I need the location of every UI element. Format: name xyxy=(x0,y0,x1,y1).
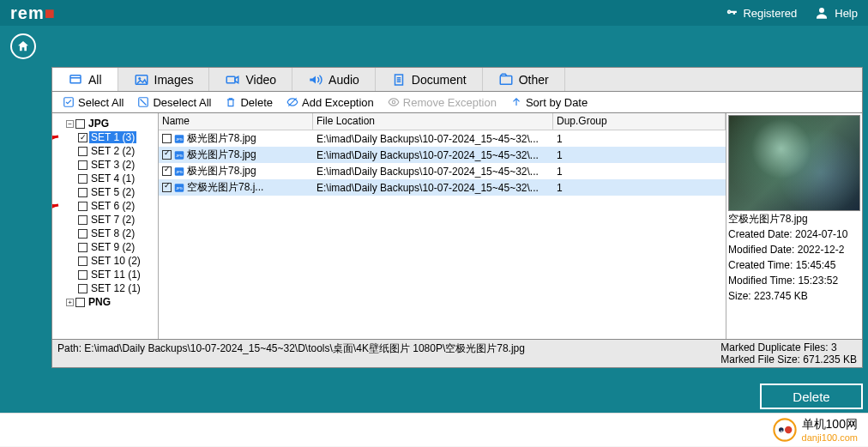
folder-tree[interactable]: − JPG SET 1 (3)SET 2 (2)SET 3 (2)SET 4 (… xyxy=(52,113,159,339)
help-label: Help xyxy=(835,7,858,20)
row-checkbox[interactable] xyxy=(162,183,172,192)
tab-document[interactable]: Document xyxy=(376,68,483,91)
registered-link[interactable]: Registered xyxy=(726,7,797,20)
tree-set-item[interactable]: SET 11 (1) xyxy=(56,268,154,281)
tree-set-item[interactable]: SET 10 (2) xyxy=(56,254,154,268)
tree-set-item[interactable]: SET 1 (3) xyxy=(56,130,154,144)
remove-exception-button: Remove Exception xyxy=(383,96,502,109)
tab-other[interactable]: Other xyxy=(483,68,565,91)
content-pane: − JPG SET 1 (3)SET 2 (2)SET 3 (2)SET 4 (… xyxy=(51,113,863,340)
tab-all[interactable]: All xyxy=(52,68,118,91)
svg-rect-10 xyxy=(500,76,512,84)
tree-checkbox[interactable] xyxy=(78,243,87,252)
help-link[interactable]: Help xyxy=(814,5,858,21)
col-name[interactable]: Name xyxy=(159,113,313,130)
tree-checkbox[interactable] xyxy=(78,257,87,266)
svg-text:+: + xyxy=(780,428,782,433)
tree-checkbox[interactable] xyxy=(78,202,87,211)
select-all-icon xyxy=(63,96,75,108)
row-checkbox[interactable] xyxy=(162,166,172,176)
svg-point-4 xyxy=(138,77,141,80)
add-exception-button[interactable]: Add Exception xyxy=(281,96,379,109)
tree-set-label: SET 11 (1) xyxy=(89,269,142,281)
action-row: Delete xyxy=(0,373,868,413)
deselect-all-icon xyxy=(137,96,149,108)
tree-set-item[interactable]: SET 2 (2) xyxy=(56,144,154,158)
svg-rect-1 xyxy=(70,75,81,82)
preview-created-date: Created Date: 2024-07-10 xyxy=(728,227,860,242)
tree-next-label: PNG xyxy=(87,296,112,308)
tree-set-item[interactable]: SET 5 (2) xyxy=(56,185,154,199)
preview-thumbnail xyxy=(728,115,860,211)
delete-button-toolbar[interactable]: Delete xyxy=(220,96,278,109)
tree-set-label: SET 4 (1) xyxy=(89,172,136,184)
tree-root-jpg[interactable]: − JPG xyxy=(56,117,154,130)
status-bar: Path: E:\imad\Daily Backups\10-07-2024_1… xyxy=(51,340,863,368)
tree-checkbox[interactable] xyxy=(78,270,87,280)
row-checkbox[interactable] xyxy=(162,134,172,143)
row-location: E:\imad\Daily Backups\10-07-2024_15~45~3… xyxy=(313,149,553,161)
svg-text:JPG: JPG xyxy=(176,185,183,190)
tree-checkbox[interactable] xyxy=(78,174,87,184)
brand-logo: rem■ xyxy=(10,3,56,23)
preview-created-time: Created Time: 15:45:45 xyxy=(728,257,860,273)
svg-rect-5 xyxy=(227,76,236,83)
sort-by-date-button[interactable]: Sort by Date xyxy=(505,96,593,109)
col-location[interactable]: File Location xyxy=(313,113,553,130)
svg-text:JPG: JPG xyxy=(176,169,183,173)
tree-set-item[interactable]: SET 12 (1) xyxy=(56,281,154,295)
deselect-all-button[interactable]: Deselect All xyxy=(132,96,216,109)
status-counts: Marked Duplicate Files: 3 Marked File Si… xyxy=(720,341,857,365)
tree-set-item[interactable]: SET 3 (2) xyxy=(56,158,154,172)
tree-checkbox[interactable] xyxy=(78,147,87,156)
tree-set-label: SET 6 (2) xyxy=(89,200,136,212)
person-icon xyxy=(814,5,829,21)
row-filename: 极光图片78.jpg xyxy=(187,131,256,146)
tree-checkbox[interactable] xyxy=(78,160,87,170)
tree-checkbox[interactable] xyxy=(78,229,87,239)
arrow-up-icon xyxy=(510,96,522,108)
footer-text-block: 单机100网 danji100.com xyxy=(802,417,858,443)
preview-filename: 空极光图片78.jpg xyxy=(728,211,860,227)
footer: + 单机100网 danji100.com xyxy=(0,413,868,446)
tree-checkbox[interactable] xyxy=(78,133,87,142)
tree-checkbox[interactable] xyxy=(78,215,87,225)
col-dup[interactable]: Dup.Group xyxy=(553,113,726,130)
all-icon xyxy=(68,72,83,88)
tree-set-item[interactable]: SET 6 (2) xyxy=(56,199,154,213)
delete-button[interactable]: Delete xyxy=(760,384,863,409)
preview-size: Size: 223.745 KB xyxy=(728,288,860,304)
home-button[interactable] xyxy=(10,33,36,59)
tree-checkbox[interactable] xyxy=(78,284,87,293)
svg-text:JPG: JPG xyxy=(176,136,183,141)
tree-set-item[interactable]: SET 8 (2) xyxy=(56,227,154,240)
table-row[interactable]: JPG极光图片78.jpgE:\imad\Daily Backups\10-07… xyxy=(159,147,726,163)
tree-checkbox[interactable] xyxy=(75,298,85,307)
tab-images[interactable]: Images xyxy=(118,68,210,91)
tab-audio[interactable]: Audio xyxy=(292,68,376,91)
expand-icon[interactable]: + xyxy=(66,299,74,306)
status-path: Path: E:\imad\Daily Backups\10-07-2024_1… xyxy=(57,341,720,365)
svg-point-15 xyxy=(392,100,395,104)
tree-set-item[interactable]: SET 4 (1) xyxy=(56,172,154,185)
tree-set-label: SET 7 (2) xyxy=(89,214,136,226)
preview-modified-date: Modified Date: 2022-12-2 xyxy=(728,242,860,257)
tree-checkbox[interactable] xyxy=(78,188,87,197)
tree-set-label: SET 2 (2) xyxy=(89,145,136,157)
tree-set-item[interactable]: SET 9 (2) xyxy=(56,240,154,254)
collapse-icon[interactable]: − xyxy=(66,120,74,128)
key-icon xyxy=(726,7,738,19)
row-checkbox[interactable] xyxy=(162,150,172,160)
nav-bar xyxy=(0,26,868,67)
table-row[interactable]: JPG极光图片78.jpgE:\imad\Daily Backups\10-07… xyxy=(159,130,726,147)
tab-video[interactable]: Video xyxy=(209,68,292,91)
tree-root-png[interactable]: + PNG xyxy=(56,295,154,309)
select-all-button[interactable]: Select All xyxy=(57,96,129,109)
row-dup-group: 1 xyxy=(553,133,726,145)
tree-checkbox[interactable] xyxy=(75,119,85,129)
main-area: AllImagesVideoAudioDocumentOther Select … xyxy=(0,67,868,373)
table-row[interactable]: JPG空极光图片78.j...E:\imad\Daily Backups\10-… xyxy=(159,179,726,196)
tree-set-label: SET 10 (2) xyxy=(89,255,142,267)
table-row[interactable]: JPG极光图片78.jpgE:\imad\Daily Backups\10-07… xyxy=(159,163,726,179)
tree-set-item[interactable]: SET 7 (2) xyxy=(56,213,154,227)
